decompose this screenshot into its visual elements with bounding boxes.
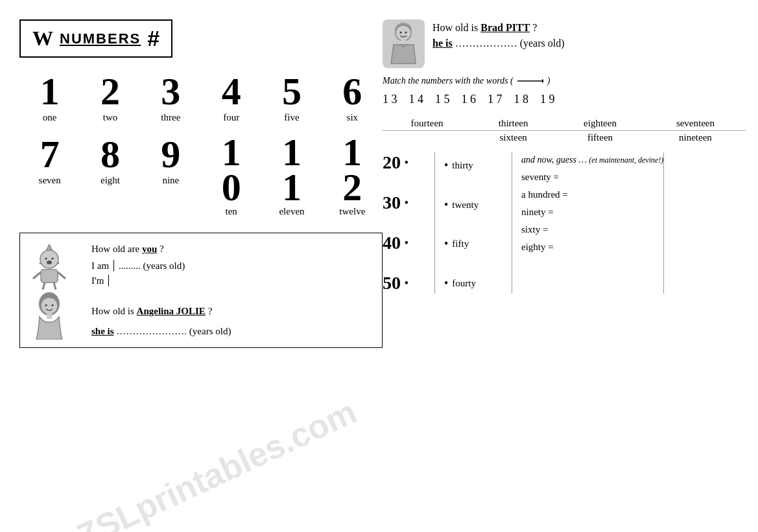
match-instruction: Match the numbers with the words ( ) bbox=[383, 76, 746, 86]
num-cell-6: 6 six bbox=[322, 69, 383, 126]
svg-rect-19 bbox=[401, 40, 406, 44]
svg-point-3 bbox=[52, 258, 54, 260]
question-how-old-you: How old are you ? I am ......... (years … bbox=[91, 244, 370, 286]
num-30: 30 • bbox=[383, 192, 428, 213]
svg-point-4 bbox=[47, 260, 52, 264]
num-cell-9: 9 nine bbox=[141, 132, 201, 220]
num-cell-2: 2 two bbox=[80, 69, 140, 126]
svg-point-16 bbox=[396, 25, 411, 41]
sixty-line: sixty = bbox=[521, 224, 663, 235]
svg-marker-21 bbox=[542, 79, 543, 83]
question-angelina: How old is Angelina JOLIE ? she is ……………… bbox=[91, 306, 370, 337]
num-20: 20 • bbox=[383, 152, 428, 173]
numbers-row-13-19: 1 3 1 4 1 5 1 6 1 7 1 8 1 9 bbox=[383, 93, 746, 106]
word-fifty: • fifty bbox=[444, 237, 469, 251]
matching-words-middle: • thirty • twenty • fifty • fourty bbox=[434, 152, 512, 294]
brad-avatar bbox=[383, 19, 425, 68]
brad-icon bbox=[386, 21, 421, 67]
svg-line-6 bbox=[33, 272, 41, 279]
arrow-icon bbox=[517, 76, 543, 86]
brad-area: How old is Brad PITT ? he is ……………… (yea… bbox=[383, 19, 746, 68]
words-row-1: fourteen thirteen eighteen seventeen bbox=[383, 117, 746, 131]
eighty-line: eighty = bbox=[521, 242, 663, 253]
matching-area: 20 • 30 • 40 • 50 • • bbox=[383, 152, 746, 294]
num-40: 40 • bbox=[383, 233, 428, 253]
angelina-icon bbox=[27, 291, 72, 340]
num-cell-3: 3 three bbox=[141, 69, 201, 126]
svg-line-7 bbox=[58, 272, 65, 279]
numbers-grid-1-6: 1 one 2 two 3 three 4 four 5 five 6 six bbox=[19, 69, 383, 126]
numbers-grid-7-12: 7 seven 8 eight 9 nine 1 0 ten bbox=[19, 132, 383, 220]
watermark: ZSLprintables.com bbox=[71, 392, 362, 532]
words-row-2: sixteen fifteen nineteen bbox=[383, 131, 746, 145]
guess-label: and now, guess … (et maintenant, devine!… bbox=[521, 155, 663, 165]
word-thirty: • thirty bbox=[444, 159, 473, 172]
child-icon bbox=[27, 241, 72, 290]
right-section: How old is Brad PITT ? he is ……………… (yea… bbox=[383, 19, 746, 294]
svg-line-9 bbox=[54, 283, 56, 290]
guess-section: and now, guess … (et maintenant, devine!… bbox=[512, 152, 664, 294]
svg-point-2 bbox=[45, 258, 47, 260]
title-hash: # bbox=[147, 26, 160, 51]
num-cell-11: 1 1 eleven bbox=[261, 132, 322, 220]
matching-numbers: 20 • 30 • 40 • 50 • bbox=[383, 152, 434, 294]
svg-point-11 bbox=[41, 297, 58, 314]
title-box: W NUMBERS # bbox=[19, 19, 172, 58]
num-cell-12: 1 2 twelve bbox=[322, 132, 383, 220]
num-cell-4: 4 four bbox=[201, 69, 261, 126]
svg-point-1 bbox=[40, 250, 58, 268]
svg-point-13 bbox=[52, 305, 54, 306]
page: W NUMBERS # 1 one 2 two 3 three 4 four bbox=[0, 0, 758, 532]
num-cell-8: 8 eight bbox=[80, 132, 140, 220]
word-twenty: • twenty bbox=[444, 198, 479, 212]
left-section: W NUMBERS # 1 one 2 two 3 three 4 four bbox=[19, 19, 383, 348]
words-table: fourteen thirteen eighteen seventeen six… bbox=[383, 117, 746, 145]
avatar-angelina bbox=[27, 291, 72, 342]
num-cell-5: 5 five bbox=[261, 69, 322, 126]
ninety-line: ninety = bbox=[521, 207, 663, 218]
svg-point-17 bbox=[400, 31, 402, 33]
title-numbers: NUMBERS bbox=[60, 30, 141, 47]
svg-rect-5 bbox=[41, 270, 58, 283]
num-cell-7: 7 seven bbox=[19, 132, 80, 220]
num-50: 50 • bbox=[383, 273, 428, 294]
avatar-child bbox=[27, 241, 72, 292]
svg-point-18 bbox=[405, 31, 407, 33]
title-w: W bbox=[32, 27, 53, 51]
seventy-line: seventy = bbox=[521, 172, 663, 183]
num-cell-1: 1 one bbox=[19, 69, 80, 126]
hundred-line: a hundred = bbox=[521, 189, 663, 200]
svg-line-8 bbox=[43, 283, 45, 290]
svg-point-12 bbox=[45, 305, 47, 306]
num-cell-10: 1 0 ten bbox=[201, 132, 261, 220]
svg-rect-14 bbox=[47, 314, 52, 319]
bottom-left-box: How old are you ? I am ......... (years … bbox=[19, 233, 383, 348]
brad-text-area: How old is Brad PITT ? he is ……………… (yea… bbox=[432, 19, 565, 49]
word-fourty: • fourty bbox=[444, 277, 476, 290]
